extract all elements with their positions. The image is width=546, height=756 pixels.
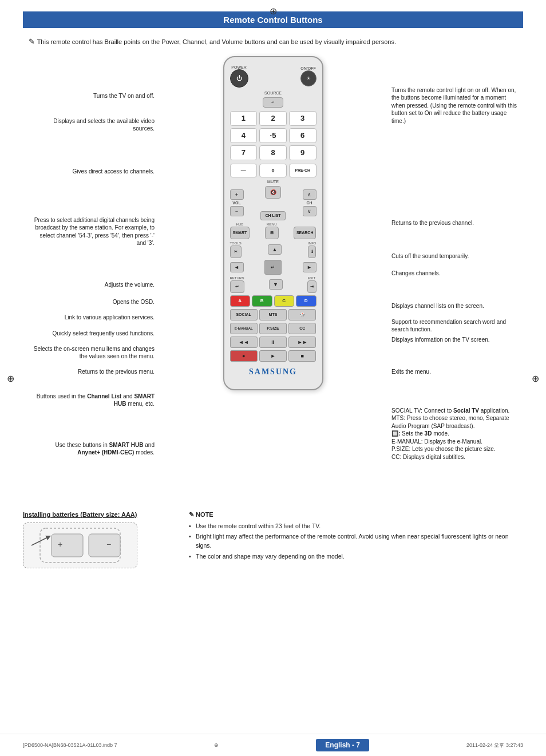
- onoff-button[interactable]: ☀: [300, 70, 316, 86]
- annotation-use-smart: Use these buttons in SMART HUB and Anyne…: [31, 441, 155, 457]
- annotation-cuts-sound: Cuts off the sound temporarily.: [391, 252, 512, 260]
- menu-section: MENU ⊞: [265, 223, 279, 239]
- info-section: INFO ℹ: [308, 242, 316, 258]
- volume-block: + VOL −: [230, 189, 244, 216]
- samsung-logo: SAMSUNG: [230, 367, 316, 377]
- btn-8[interactable]: 8: [259, 145, 287, 160]
- vol-ch-area: + VOL − 🔇 CH LIST ∧ CH: [230, 186, 316, 220]
- exit-section: EXIT ⇥: [307, 276, 316, 293]
- btn-5[interactable]: ·5: [259, 128, 287, 143]
- fastforward-button[interactable]: ►►: [288, 337, 316, 348]
- annotation-select-digital: Press to select additional digital chann…: [31, 216, 155, 247]
- btn-3[interactable]: 3: [289, 111, 316, 126]
- chlist-button[interactable]: CH LIST: [260, 211, 286, 220]
- source-button[interactable]: ↵: [263, 97, 283, 108]
- pause-button[interactable]: ⏸: [259, 337, 287, 348]
- rewind-button[interactable]: ◄◄: [230, 337, 258, 348]
- footer-right: 2011-02-24 오후 3:27:43: [466, 742, 523, 749]
- emanual-row: E-MANUAL P.SIZE CC: [230, 323, 316, 334]
- ch-label: CH: [306, 201, 312, 205]
- record-row: ● ► ■: [230, 350, 316, 362]
- source-label: SOURCE: [230, 91, 316, 95]
- return-button[interactable]: ↩: [230, 280, 244, 293]
- note-title: NOTE: [189, 511, 523, 518]
- 3d-button[interactable]: 🎲: [288, 309, 316, 320]
- braille-note: This remote control has Braille points o…: [23, 36, 523, 48]
- power-section: POWER ⏻: [230, 65, 248, 88]
- btn-9[interactable]: 9: [289, 145, 316, 160]
- annotation-changes-ch: Changes channels.: [391, 270, 512, 278]
- annotation-returns-prev-ch: Returns to the previous channel.: [391, 219, 512, 227]
- btn-prech[interactable]: PRE-CH: [289, 164, 316, 177]
- vol-up-button[interactable]: +: [230, 189, 244, 200]
- info-button[interactable]: ℹ: [308, 246, 316, 258]
- play-button[interactable]: ►: [259, 350, 287, 362]
- ch-down-button[interactable]: ∨: [303, 206, 316, 216]
- record-button[interactable]: ●: [230, 350, 258, 362]
- annotation-support-search: Support to recommendation search word an…: [391, 318, 512, 334]
- source-row: SOURCE ↵: [230, 91, 316, 108]
- nav-middle-row: ◄ ↵ ►: [230, 260, 316, 275]
- annotation-displays-chlist: Displays channel lists on the screen.: [391, 302, 512, 310]
- color-a-button[interactable]: A: [230, 295, 251, 307]
- menu-button[interactable]: ⊞: [265, 227, 279, 239]
- annotation-turns-light: Turns the remote control light on or off…: [391, 86, 517, 125]
- annotation-exits-menu: Exits the menu.: [391, 368, 512, 376]
- power-row: POWER ⏻ ON/OFF ☀: [230, 65, 316, 88]
- stop-button[interactable]: ■: [288, 350, 316, 362]
- vol-down-button[interactable]: −: [230, 206, 244, 216]
- btn-4[interactable]: 4: [230, 128, 258, 143]
- power-label: POWER: [230, 65, 248, 69]
- btn-6[interactable]: 6: [289, 128, 316, 143]
- emanual-button[interactable]: E-MANUAL: [230, 323, 258, 334]
- cc-button[interactable]: CC: [288, 323, 316, 334]
- playback-row: ◄◄ ⏸ ►►: [230, 337, 316, 348]
- return-exit-row: RETURN ↩ ▼ EXIT ⇥: [230, 276, 316, 293]
- smart-button[interactable]: SMART: [230, 227, 250, 239]
- btn-1[interactable]: 1: [230, 111, 258, 126]
- btn-0[interactable]: 0: [259, 164, 287, 177]
- btn-7[interactable]: 7: [230, 145, 258, 160]
- power-button[interactable]: ⏻: [230, 69, 248, 88]
- tools-button[interactable]: ✂: [230, 246, 242, 258]
- right-annotations: Turns the remote control light on or off…: [386, 53, 523, 500]
- nav-up-button[interactable]: ▲: [268, 244, 282, 255]
- mute-button[interactable]: 🔇: [265, 186, 281, 199]
- onoff-label: ON/OFF: [300, 66, 316, 70]
- svg-text:+: +: [58, 540, 62, 549]
- vol-label: VOL: [232, 201, 240, 205]
- tools-info-row: TOOLS ✂ ▲ INFO ℹ: [230, 242, 316, 258]
- exit-button[interactable]: ⇥: [307, 280, 316, 293]
- battery-section: Installing batteries (Battery size: AAA)…: [23, 511, 177, 568]
- social-button[interactable]: SOCIAL: [230, 309, 258, 320]
- nav-enter-button[interactable]: ↵: [264, 260, 282, 275]
- nav-down-button[interactable]: ▼: [269, 279, 283, 290]
- color-b-button[interactable]: B: [252, 295, 272, 307]
- svg-rect-1: [52, 534, 83, 557]
- color-c-button[interactable]: C: [274, 295, 295, 307]
- btn-2[interactable]: 2: [259, 111, 287, 126]
- note-section: NOTE Use the remote control within 23 fe…: [189, 511, 523, 568]
- remote-control: POWER ⏻ ON/OFF ☀ SOURCE ↵: [223, 56, 323, 390]
- annotation-quickly: Quickly select frequently used functions…: [40, 330, 155, 338]
- page: ⊕ ⊕ ⊕ Remote Control Buttons This remote…: [0, 0, 546, 756]
- battery-diagram: + −: [29, 525, 132, 565]
- english-badge: English - 7: [316, 739, 369, 751]
- return-section: RETURN ↩: [230, 276, 244, 293]
- mute-area: 🔇 CH LIST: [260, 186, 286, 220]
- color-buttons-row: A B C D: [230, 295, 316, 307]
- footer-left: [PD6500-NA]BN68-03521A-01L03.indb 7: [23, 742, 117, 748]
- nav-left-button[interactable]: ◄: [230, 262, 244, 272]
- color-d-button[interactable]: D: [296, 295, 316, 307]
- search-button[interactable]: SEARCH: [294, 227, 316, 239]
- numpad: 1 2 3 4 ·5 6 7 8 9: [230, 111, 316, 160]
- annotation-link-services: Link to various application services.: [40, 314, 155, 322]
- btn-dash[interactable]: —: [230, 164, 258, 177]
- ch-up-button[interactable]: ∧: [303, 189, 316, 200]
- remote-wrapper: POWER ⏻ ON/OFF ☀ SOURCE ↵: [160, 53, 386, 500]
- nav-right-button[interactable]: ►: [303, 262, 316, 272]
- note-item-2: Bright light may affect the performance …: [189, 532, 523, 551]
- psize-button[interactable]: P.SIZE: [259, 323, 287, 334]
- mts-button[interactable]: MTS: [259, 309, 287, 320]
- note-item-3: The color and shape may vary depending o…: [189, 552, 523, 561]
